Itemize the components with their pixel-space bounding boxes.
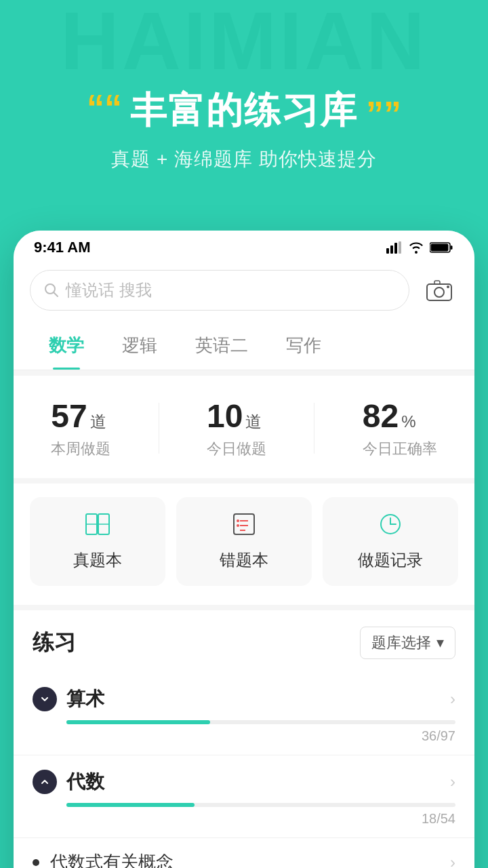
- quote-left: ““: [87, 90, 122, 125]
- svg-point-22: [237, 524, 239, 527]
- phone-mockup: 9:41 AM: [14, 231, 474, 868]
- progress-bar-fill-algebra: [66, 803, 195, 807]
- practice-header: 练习 题库选择 ▾: [33, 627, 455, 659]
- practice-title: 练习: [33, 628, 76, 658]
- chapter-arithmetic-header: 算术 ›: [33, 686, 455, 712]
- progress-bar-bg-algebra: [66, 803, 455, 807]
- status-time: 9:41 AM: [34, 239, 91, 256]
- tab-writing[interactable]: 写作: [267, 321, 340, 370]
- banner-subtitle: 真题 + 海绵题库 助你快速提分: [111, 146, 377, 172]
- stat-divider-2: [314, 403, 314, 454]
- sub-label-algebra-concept: 代数式有关概念: [50, 850, 450, 868]
- banner-main-text: 丰富的练习库: [130, 86, 358, 136]
- progress-bar-bg-arithmetic: [66, 720, 455, 724]
- chapter-list: 算术 › 36/97 代数 ›: [14, 673, 474, 868]
- practice-header-section: 练习 题库选择 ▾: [14, 610, 474, 673]
- book-icon: [84, 512, 111, 542]
- tab-math[interactable]: 数学: [30, 321, 103, 370]
- svg-rect-0: [386, 248, 389, 254]
- chapter-arithmetic-arrow: ›: [450, 690, 455, 709]
- chapter-algebra-progress: 18/54: [66, 803, 455, 827]
- wifi-icon: [408, 241, 424, 254]
- action-wrong-label: 错题本: [220, 549, 268, 571]
- chapter-algebra-name: 代数: [66, 769, 441, 795]
- tab-logic[interactable]: 逻辑: [103, 321, 176, 370]
- action-history[interactable]: 做题记录: [323, 497, 458, 586]
- svg-point-21: [237, 519, 239, 522]
- search-icon: [44, 283, 59, 298]
- sub-item-algebra-concept[interactable]: 代数式有关概念 ›: [14, 838, 474, 868]
- svg-rect-3: [399, 241, 401, 254]
- stat-daily: 10 道 今日做题: [207, 397, 266, 459]
- sub-bullet: [33, 859, 39, 866]
- svg-rect-6: [451, 245, 453, 250]
- stat-weekly-number: 57 道: [51, 397, 110, 435]
- svg-rect-2: [394, 243, 397, 254]
- status-icons: [386, 241, 454, 254]
- chapter-algebra-toggle[interactable]: [33, 770, 57, 794]
- chapter-arithmetic-name: 算术: [66, 686, 441, 712]
- svg-rect-5: [431, 244, 449, 252]
- banner-deco: HAIMIAN: [0, 0, 488, 81]
- chapter-algebra: 代数 › 18/54: [14, 755, 474, 838]
- search-placeholder: 憧说话 搜我: [66, 279, 152, 301]
- tabs-bar: 数学 逻辑 英语二 写作: [14, 321, 474, 370]
- clock-icon: [377, 512, 404, 542]
- chapter-algebra-arrow: ›: [450, 772, 455, 791]
- camera-icon: [426, 279, 453, 302]
- action-wrong-questions[interactable]: 错题本: [176, 497, 312, 586]
- chevron-down-icon: ▾: [436, 634, 444, 652]
- banner-section: HAIMIAN ““ 丰富的练习库 ”” 真题 + 海绵题库 助你快速提分: [0, 0, 488, 231]
- stat-divider-1: [159, 403, 159, 454]
- quote-right: ””: [366, 96, 401, 132]
- tab-english[interactable]: 英语二: [176, 321, 267, 370]
- stat-weekly: 57 道 本周做题: [51, 397, 110, 459]
- banner-title: ““ 丰富的练习库 ””: [87, 86, 401, 136]
- stat-accuracy-number: 82 %: [363, 397, 437, 435]
- stat-accuracy: 82 % 今日正确率: [363, 397, 437, 459]
- progress-text-algebra: 18/54: [66, 811, 455, 827]
- chapter-arithmetic-toggle[interactable]: [33, 687, 57, 711]
- stat-daily-number: 10 道: [207, 397, 266, 435]
- quick-actions: 真题本 错题本: [14, 484, 474, 605]
- chapter-algebra-header: 代数 ›: [33, 769, 455, 795]
- search-box[interactable]: 憧说话 搜我: [30, 270, 409, 311]
- svg-point-12: [447, 285, 449, 288]
- stats-section: 57 道 本周做题 10 道 今日做题 82 % 今日正确率: [14, 376, 474, 478]
- chapter-arithmetic-progress: 36/97: [66, 720, 455, 744]
- camera-button[interactable]: [420, 271, 458, 309]
- svg-point-10: [434, 288, 444, 297]
- progress-text-arithmetic: 36/97: [66, 728, 455, 744]
- svg-rect-1: [390, 245, 393, 254]
- chapter-arithmetic: 算术 › 36/97: [14, 673, 474, 755]
- bank-selector-label: 题库选择: [371, 633, 431, 653]
- action-real-label: 真题本: [73, 549, 122, 571]
- status-bar: 9:41 AM: [14, 231, 474, 262]
- sub-arrow-icon: ›: [450, 853, 455, 869]
- battery-icon: [430, 241, 454, 254]
- banner-deco-text: HAIMIAN: [60, 0, 427, 87]
- svg-rect-17: [234, 514, 254, 534]
- action-history-label: 做题记录: [358, 549, 423, 571]
- svg-rect-11: [434, 281, 440, 284]
- svg-line-8: [54, 293, 58, 297]
- wrong-book-icon: [230, 512, 258, 542]
- progress-bar-fill-arithmetic: [66, 720, 210, 724]
- action-real-questions[interactable]: 真题本: [30, 497, 165, 586]
- bank-selector[interactable]: 题库选择 ▾: [360, 627, 455, 659]
- search-area: 憧说话 搜我: [14, 262, 474, 321]
- signal-icon: [386, 241, 403, 254]
